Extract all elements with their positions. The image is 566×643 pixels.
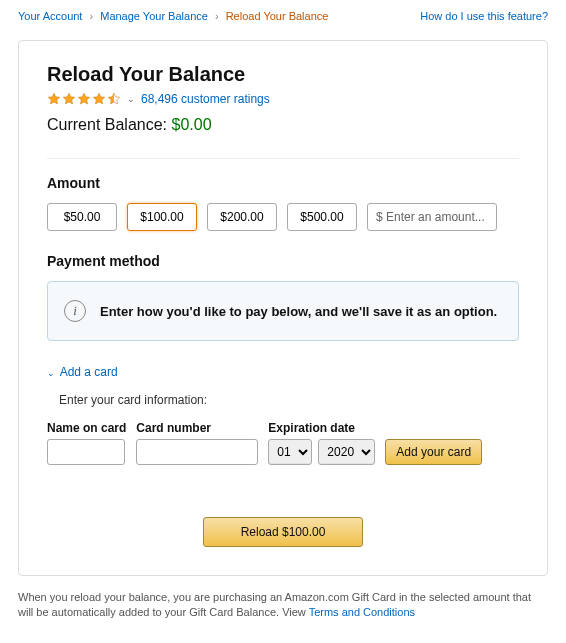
ratings-link[interactable]: 68,496 customer ratings xyxy=(141,92,270,106)
card-number-label: Card number xyxy=(136,421,258,435)
amount-option-500[interactable]: $500.00 xyxy=(287,203,357,231)
add-your-card-button[interactable]: Add your card xyxy=(385,439,482,465)
expiration-label: Expiration date xyxy=(268,421,375,435)
help-link[interactable]: How do I use this feature? xyxy=(420,10,548,22)
page-title: Reload Your Balance xyxy=(47,63,519,86)
breadcrumb-row: Your Account › Manage Your Balance › Rel… xyxy=(18,10,548,22)
amount-row: $50.00 $100.00 $200.00 $500.00 xyxy=(47,203,519,231)
reload-button-wrap: Reload $100.00 xyxy=(47,517,519,547)
expiration-field: Expiration date 01 2020 xyxy=(268,421,375,465)
main-card: Reload Your Balance ⌄ 68,496 customer ra… xyxy=(18,40,548,576)
breadcrumb-sep-icon: › xyxy=(215,10,219,22)
name-on-card-field: Name on card xyxy=(47,421,126,465)
star-rating-icon xyxy=(47,92,121,106)
breadcrumb-account[interactable]: Your Account xyxy=(18,10,82,22)
info-icon: i xyxy=(64,300,86,322)
add-card-link[interactable]: Add a card xyxy=(60,365,118,379)
payment-prompt-text: Enter how you'd like to pay below, and w… xyxy=(100,304,497,319)
amount-custom-input[interactable] xyxy=(367,203,497,231)
breadcrumb-sep-icon: › xyxy=(89,10,93,22)
balance-amount: $0.00 xyxy=(172,116,212,133)
payment-heading: Payment method xyxy=(47,253,519,269)
balance-label: Current Balance: xyxy=(47,116,167,133)
caret-down-icon: ⌄ xyxy=(47,368,55,378)
divider xyxy=(47,158,519,159)
terms-link[interactable]: Terms and Conditions xyxy=(309,606,415,618)
reload-button[interactable]: Reload $100.00 xyxy=(203,517,363,547)
breadcrumb: Your Account › Manage Your Balance › Rel… xyxy=(18,10,328,22)
card-number-input[interactable] xyxy=(136,439,258,465)
expiration-month-select[interactable]: 01 xyxy=(268,439,312,465)
footer-text: When you reload your balance, you are pu… xyxy=(18,591,531,618)
add-card-expander[interactable]: ⌄ Add a card xyxy=(47,365,519,379)
card-info-instructions: Enter your card information: xyxy=(59,393,519,407)
name-on-card-input[interactable] xyxy=(47,439,125,465)
amount-option-100[interactable]: $100.00 xyxy=(127,203,197,231)
card-fields: Name on card Card number Expiration date… xyxy=(47,421,519,465)
amount-option-200[interactable]: $200.00 xyxy=(207,203,277,231)
breadcrumb-current: Reload Your Balance xyxy=(226,10,329,22)
expiration-year-select[interactable]: 2020 xyxy=(318,439,375,465)
breadcrumb-manage[interactable]: Manage Your Balance xyxy=(100,10,208,22)
footer-disclaimer: When you reload your balance, you are pu… xyxy=(18,590,548,621)
amount-heading: Amount xyxy=(47,175,519,191)
payment-prompt-box: i Enter how you'd like to pay below, and… xyxy=(47,281,519,341)
ratings-row: ⌄ 68,496 customer ratings xyxy=(47,92,519,106)
amount-option-50[interactable]: $50.00 xyxy=(47,203,117,231)
current-balance: Current Balance: $0.00 xyxy=(47,116,519,134)
card-number-field: Card number xyxy=(136,421,258,465)
chevron-down-icon: ⌄ xyxy=(127,94,135,104)
name-on-card-label: Name on card xyxy=(47,421,126,435)
